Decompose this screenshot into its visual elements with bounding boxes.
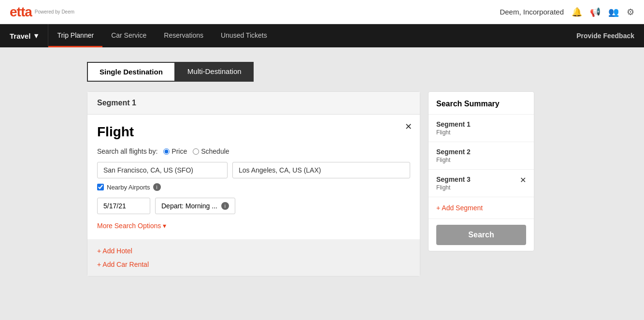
schedule-radio[interactable] <box>193 148 199 155</box>
company-name: Deem, Incorporated <box>500 8 564 16</box>
logo-text: etta <box>10 4 32 20</box>
summary-segment-1: Segment 1 Flight <box>429 115 534 142</box>
depart-label: Depart: Morning ... <box>161 202 217 210</box>
summary-segment-2: Segment 2 Flight <box>429 142 534 170</box>
more-search-options-link[interactable]: More Search Options ▾ <box>97 222 410 230</box>
nearby-airports-checkbox[interactable] <box>97 184 104 190</box>
tab-group: Single Destination Multi-Destination <box>87 62 557 82</box>
nav-item-car-service[interactable]: Car Service <box>102 24 155 47</box>
add-hotel-link[interactable]: + Add Hotel <box>97 247 410 255</box>
summary-segment-3: Segment 3 Flight ✕ <box>429 170 534 197</box>
close-button[interactable]: ✕ <box>405 121 412 132</box>
content-row: Segment 1 ✕ Flight Search all flights by… <box>87 91 557 276</box>
flight-title: Flight <box>97 124 410 140</box>
search-summary-panel: Search Summary Segment 1 Flight Segment … <box>428 91 534 251</box>
date-row: Depart: Morning ... i <box>97 198 410 214</box>
summary-segment-3-type: Flight <box>436 184 471 191</box>
search-summary-title: Search Summary <box>429 92 534 115</box>
segment-header: Segment 1 <box>87 92 420 115</box>
summary-segment-1-type: Flight <box>436 129 471 136</box>
nearby-airports-info-icon[interactable]: i <box>153 183 161 191</box>
nav-item-trip-planner[interactable]: Trip Planner <box>48 24 102 47</box>
add-segment-button[interactable]: + Add Segment <box>429 197 534 219</box>
nav-item-unused-tickets[interactable]: Unused Tickets <box>212 24 276 47</box>
tab-multi-destination[interactable]: Multi-Destination <box>175 62 254 82</box>
search-by-row: Search all flights by: Price Schedule <box>97 147 410 155</box>
airports-row <box>97 162 410 178</box>
summary-segment-3-name: Segment 3 <box>436 175 471 183</box>
tab-single-destination[interactable]: Single Destination <box>87 62 175 82</box>
flight-card: ✕ Flight Search all flights by: Price Sc… <box>87 115 420 239</box>
summary-segment-3-close-button[interactable]: ✕ <box>520 175 526 185</box>
summary-segment-2-name: Segment 2 <box>436 148 471 156</box>
summary-segment-1-name: Segment 1 <box>436 120 471 128</box>
nav-item-reservations[interactable]: Reservations <box>155 24 212 47</box>
nearby-row: Nearby Airports i <box>97 183 410 191</box>
nearby-airports-label: Nearby Airports <box>107 184 150 191</box>
to-airport-input[interactable] <box>232 162 410 178</box>
search-by-label: Search all flights by: <box>97 147 157 155</box>
price-radio-label[interactable]: Price <box>163 147 187 155</box>
nav-travel[interactable]: Travel ▾ <box>0 24 48 47</box>
add-section: + Add Hotel + Add Car Rental <box>87 239 420 276</box>
top-right: Deem, Incorporated 🔔 📢 👥 ⚙ <box>500 7 634 17</box>
nav-travel-label: Travel <box>10 32 30 40</box>
main-content: Single Destination Multi-Destination Seg… <box>0 47 644 291</box>
megaphone-icon[interactable]: 📢 <box>590 7 601 17</box>
top-bar: etta Powered by Deem Deem, Incorporated … <box>0 0 644 24</box>
nav-travel-chevron: ▾ <box>34 31 38 40</box>
schedule-radio-label[interactable]: Schedule <box>193 147 229 155</box>
segment-panel: Segment 1 ✕ Flight Search all flights by… <box>87 91 420 276</box>
summary-segment-2-type: Flight <box>436 157 471 163</box>
gear-icon[interactable]: ⚙ <box>627 7 634 17</box>
nav-feedback[interactable]: Provide Feedback <box>567 32 644 40</box>
nav-items: Trip Planner Car Service Reservations Un… <box>48 24 275 47</box>
search-button[interactable]: Search <box>436 225 526 245</box>
price-radio[interactable] <box>163 148 170 155</box>
date-input[interactable] <box>97 198 150 214</box>
logo-area: etta Powered by Deem <box>10 4 74 20</box>
bell-icon[interactable]: 🔔 <box>572 7 582 17</box>
from-airport-input[interactable] <box>97 162 228 178</box>
more-options-chevron-icon: ▾ <box>163 222 166 230</box>
logo-powered: Powered by Deem <box>35 9 74 15</box>
depart-select[interactable]: Depart: Morning ... i <box>155 198 235 214</box>
add-car-rental-link[interactable]: + Add Car Rental <box>97 261 410 268</box>
people-icon[interactable]: 👥 <box>608 7 619 17</box>
depart-info-icon[interactable]: i <box>221 202 229 210</box>
nav-bar: Travel ▾ Trip Planner Car Service Reserv… <box>0 24 644 47</box>
